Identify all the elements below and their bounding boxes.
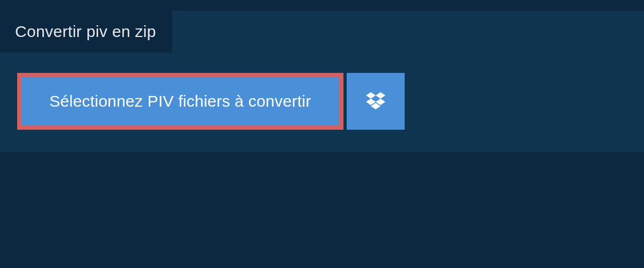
svg-marker-0 [366,92,376,99]
tab-label: Convertir piv en zip [15,23,156,40]
button-area: Sélectionnez PIV fichiers à convertir [0,53,644,152]
dropbox-button[interactable] [347,73,405,130]
dropbox-icon [365,91,386,112]
select-files-label: Sélectionnez PIV fichiers à convertir [49,92,311,110]
select-files-button[interactable]: Sélectionnez PIV fichiers à convertir [17,73,343,130]
tab-row: Convertir piv en zip [0,11,644,53]
svg-marker-1 [376,92,385,99]
button-row: Sélectionnez PIV fichiers à convertir [17,73,627,130]
converter-panel: Convertir piv en zip Sélectionnez PIV fi… [0,11,644,152]
tab-convert-piv-zip[interactable]: Convertir piv en zip [0,11,172,53]
